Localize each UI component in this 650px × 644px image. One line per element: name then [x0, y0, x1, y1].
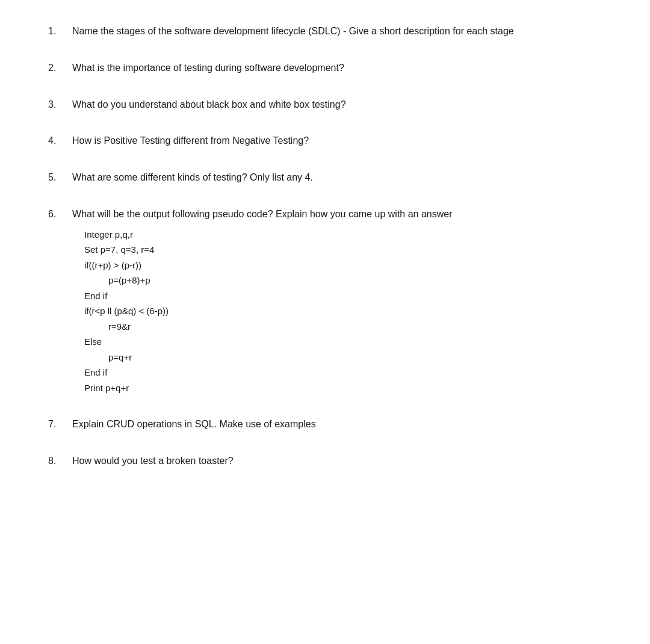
code-line-8: Else: [84, 334, 602, 350]
code-line-6: if(r<p ll (p&q) < (6-p)): [84, 303, 602, 319]
code-line-9: p=q+r: [108, 350, 602, 365]
code-line-11: Print p+q+r: [84, 380, 602, 396]
pseudo-code-block: Integer p,q,r Set p=7, q=3, r=4 if((r+p)…: [84, 227, 602, 396]
question-text-1: Name the stages of the software developm…: [72, 24, 602, 39]
code-line-3: if((r+p) > (p-r)): [84, 258, 602, 273]
code-line-5: End if: [84, 288, 602, 304]
question-text-5: What are some different kinds of testing…: [72, 170, 602, 185]
question-text-6: What will be the output following pseudo…: [72, 207, 602, 222]
question-number-1: 1.: [48, 24, 72, 39]
question-list: 1. Name the stages of the software devel…: [48, 24, 602, 469]
question-item-6: 6. What will be the output following pse…: [48, 207, 602, 395]
question-item-2: 2. What is the importance of testing dur…: [48, 61, 602, 76]
question-text-4: How is Positive Testing different from N…: [72, 134, 602, 149]
question-text-8: How would you test a broken toaster?: [72, 454, 602, 469]
question-number-6: 6.: [48, 207, 72, 222]
question-item-4: 4. How is Positive Testing different fro…: [48, 134, 602, 149]
question-number-3: 3.: [48, 98, 72, 113]
question-text-7: Explain CRUD operations in SQL. Make use…: [72, 417, 602, 432]
code-line-4: p=(p+8)+p: [108, 273, 602, 288]
question-number-5: 5.: [48, 170, 72, 185]
code-line-10: End if: [84, 365, 602, 380]
question-number-4: 4.: [48, 134, 72, 149]
question-text-2: What is the importance of testing during…: [72, 61, 602, 76]
question-item-8: 8. How would you test a broken toaster?: [48, 454, 602, 469]
question-number-2: 2.: [48, 61, 72, 76]
code-line-7: r=9&r: [108, 319, 602, 335]
question-number-7: 7.: [48, 417, 72, 432]
question-text-3: What do you understand about black box a…: [72, 98, 602, 113]
question-item-5: 5. What are some different kinds of test…: [48, 170, 602, 185]
question-item-3: 3. What do you understand about black bo…: [48, 98, 602, 113]
question-number-8: 8.: [48, 454, 72, 469]
question-item-1: 1. Name the stages of the software devel…: [48, 24, 602, 39]
code-line-1: Integer p,q,r: [84, 227, 602, 243]
code-line-2: Set p=7, q=3, r=4: [84, 242, 602, 258]
question-item-7: 7. Explain CRUD operations in SQL. Make …: [48, 417, 602, 432]
